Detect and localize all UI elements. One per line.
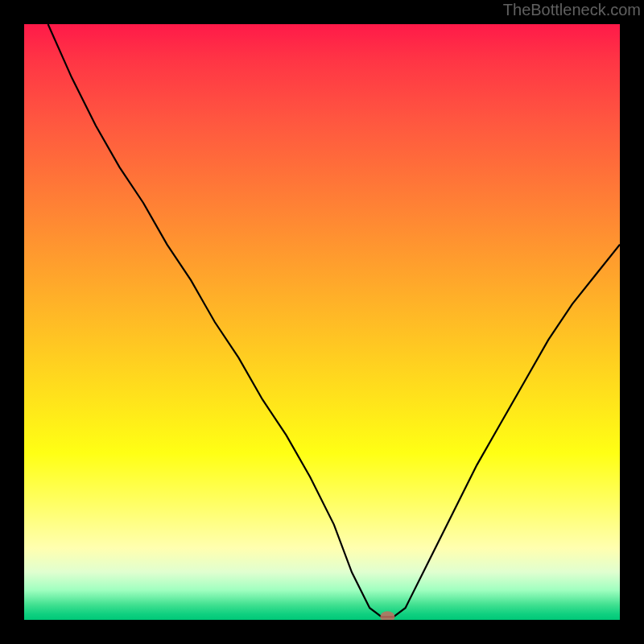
curve-path	[48, 24, 620, 617]
watermark-text: TheBottleneck.com	[503, 1, 641, 19]
bottleneck-curve	[24, 24, 620, 620]
plot-area	[24, 24, 620, 620]
bottleneck-chart: TheBottleneck.com	[0, 0, 644, 644]
optimal-point-marker	[380, 611, 394, 620]
